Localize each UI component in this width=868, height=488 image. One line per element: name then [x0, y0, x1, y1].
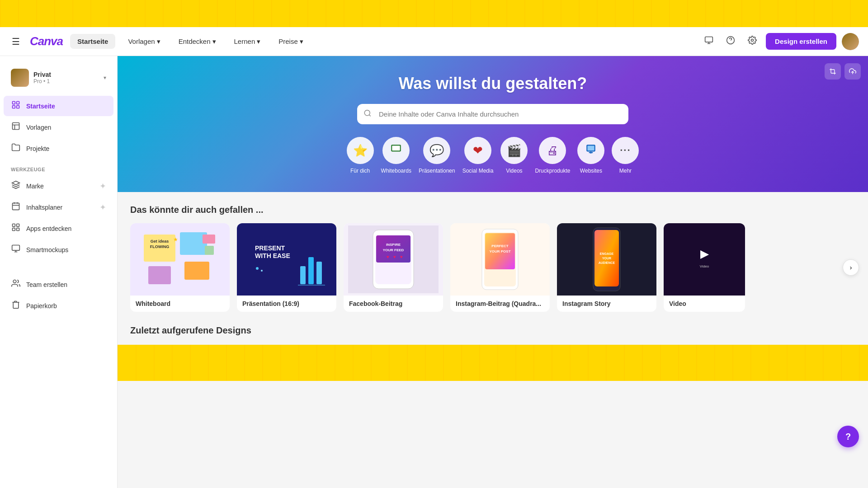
svg-rect-13 — [17, 224, 19, 227]
nav-preise[interactable]: Preise ▾ — [273, 34, 309, 49]
main-layout: Privat Pro • 1 ▾ Startseite Vorlagen — [0, 56, 868, 488]
svg-rect-6 — [17, 106, 19, 108]
svg-rect-7 — [13, 123, 19, 130]
hamburger-menu[interactable]: ☰ — [9, 33, 23, 50]
help-icon-btn[interactable] — [722, 32, 739, 51]
sidebar-item-vorlagen[interactable]: Vorlagen — [4, 117, 113, 137]
svg-point-19 — [364, 110, 370, 115]
nav-entdecken[interactable]: Entdecken ▾ — [173, 34, 222, 49]
card-label-video: Video — [664, 296, 745, 312]
recommendations-section: Das könnte dir auch gefallen ... — [118, 192, 868, 316]
upload-icon-btn[interactable] — [844, 63, 861, 80]
nav-vorlagen[interactable]: Vorlagen ▾ — [123, 34, 165, 49]
card-thumb-presentation: PRESENT WITH EASE — [237, 223, 336, 296]
sidebar-item-team[interactable]: Team erstellen — [4, 274, 113, 295]
sidebar-item-apps[interactable]: Apps entdecken — [4, 218, 113, 239]
svg-rect-34 — [205, 246, 214, 255]
quick-action-label: Mehr — [619, 168, 632, 174]
svg-text:WITH EASE: WITH EASE — [255, 252, 290, 259]
quick-action-mehr[interactable]: ··· Mehr — [612, 137, 639, 174]
card-whiteboard[interactable]: Get ideas FLOWING ★ Whiteboard — [130, 223, 230, 312]
team-icon — [11, 279, 21, 290]
svg-rect-24 — [588, 145, 594, 150]
nav-startseite[interactable]: Startseite — [70, 34, 115, 49]
monitor-icon-btn[interactable] — [701, 32, 717, 51]
sidebar-bottom: Team erstellen Papierkorb — [0, 274, 117, 316]
crop-icon-btn[interactable] — [825, 63, 841, 80]
quick-action-fur-dich[interactable]: ⭐ Für dich — [347, 137, 374, 174]
svg-point-17 — [13, 280, 16, 283]
tools-section-label: Werkzeuge — [0, 160, 117, 175]
quick-actions: ⭐ Für dich Whiteboards 💬 — [127, 137, 859, 178]
main-content: Was willst du gestalten? ⭐ Für dich — [118, 56, 868, 488]
chevron-down-icon: ▾ — [257, 38, 260, 46]
quick-action-label: Videos — [506, 168, 522, 174]
template-icon — [11, 122, 21, 133]
svg-text:INSPIRE: INSPIRE — [386, 243, 401, 247]
help-button[interactable]: ? — [837, 426, 859, 447]
sidebar-item-marke[interactable]: Marke ✦ — [4, 176, 113, 196]
svg-text:Get ideas: Get ideas — [151, 239, 169, 244]
web-icon — [585, 143, 597, 158]
card-instagram-story[interactable]: ENGAGE YOUR AUDIENCE Instagram Story — [557, 223, 656, 312]
quick-action-websites[interactable]: Websites — [577, 137, 604, 174]
svg-rect-0 — [705, 37, 713, 42]
social-media-icon: ❤ — [473, 144, 483, 158]
svg-rect-3 — [13, 102, 15, 104]
card-thumb-video: ▶ Video — [664, 223, 745, 296]
canva-logo: Canva — [30, 34, 63, 48]
trash-icon — [11, 300, 21, 311]
nav-lernen[interactable]: Lernen ▾ — [229, 34, 266, 49]
card-thumb-whiteboard: Get ideas FLOWING ★ — [130, 223, 230, 296]
quick-action-druckprodukte[interactable]: 🖨 Druckprodukte — [535, 137, 570, 174]
sidebar-item-startseite[interactable]: Startseite — [4, 96, 113, 116]
svg-point-43 — [261, 270, 263, 272]
card-presentation[interactable]: PRESENT WITH EASE — [237, 223, 336, 312]
quick-action-social-media[interactable]: ❤ Social Media — [462, 137, 494, 174]
sidebar-item-papierkorb[interactable]: Papierkorb — [4, 296, 113, 316]
search-input[interactable] — [357, 104, 628, 124]
bottom-banner — [118, 345, 868, 381]
card-instagram-quad[interactable]: PERFECT YOUR POST Instagram-Beitrag (Qua… — [450, 223, 550, 312]
settings-icon-btn[interactable] — [744, 32, 760, 51]
sidebar-item-smartmockups[interactable]: Smartmockups — [4, 239, 113, 260]
carousel-next-button[interactable]: › — [843, 259, 859, 276]
chevron-down-icon: ▾ — [212, 38, 216, 46]
inhaltsplaner-badge: ✦ — [99, 202, 106, 212]
svg-rect-39 — [308, 257, 314, 284]
card-label-presentation: Präsentation (16:9) — [237, 296, 336, 312]
card-thumb-instagram-quad: PERFECT YOUR POST — [450, 223, 550, 296]
hero-title: Was willst du gestalten? — [127, 74, 859, 93]
chevron-down-icon: ▾ — [300, 38, 303, 46]
svg-text:▶: ▶ — [700, 247, 709, 260]
sidebar-profile[interactable]: Privat Pro • 1 ▾ — [4, 63, 113, 92]
svg-text:ENGAGE: ENGAGE — [600, 252, 614, 255]
brand-badge: ✦ — [99, 181, 106, 191]
presentation-icon: 💬 — [429, 144, 444, 158]
sidebar: Privat Pro • 1 ▾ Startseite Vorlagen — [0, 56, 118, 488]
quick-action-whiteboards[interactable]: Whiteboards — [381, 137, 411, 174]
avatar[interactable] — [842, 33, 859, 50]
card-label-instagram-quad: Instagram-Beitrag (Quadra... — [450, 296, 550, 312]
recently-title: Zuletzt aufgerufene Designs — [130, 325, 855, 336]
profile-info: Privat Pro • 1 — [33, 71, 99, 84]
svg-rect-29 — [184, 262, 209, 280]
sidebar-item-projekte[interactable]: Projekte — [4, 138, 113, 159]
svg-rect-15 — [17, 228, 19, 231]
recommendations-title: Das könnte dir auch gefallen ... — [130, 205, 855, 215]
card-facebook[interactable]: INSPIRE YOUR FEED ♥ ♥ ♥ Facebook-Beitrag — [344, 223, 443, 312]
quick-action-prasentationen[interactable]: 💬 Präsentationen — [419, 137, 455, 174]
print-icon: 🖨 — [547, 144, 558, 158]
quick-action-videos[interactable]: 🎬 Videos — [500, 137, 528, 174]
card-video[interactable]: ▶ Video Video — [664, 223, 745, 312]
header: ☰ Canva Startseite Vorlagen ▾ Entdecken … — [0, 27, 868, 56]
header-left: ☰ Canva Startseite Vorlagen ▾ Entdecken … — [9, 33, 693, 50]
quick-action-label: Websites — [580, 168, 602, 174]
svg-line-20 — [369, 114, 370, 116]
quick-action-label: Druckprodukte — [535, 168, 570, 174]
card-thumb-instagram-story: ENGAGE YOUR AUDIENCE — [557, 223, 656, 296]
create-design-button[interactable]: Design erstellen — [766, 33, 836, 50]
quick-action-label: Whiteboards — [381, 168, 411, 174]
sidebar-item-inhaltsplaner[interactable]: Inhaltsplaner ✦ — [4, 197, 113, 217]
brand-icon — [11, 180, 21, 192]
